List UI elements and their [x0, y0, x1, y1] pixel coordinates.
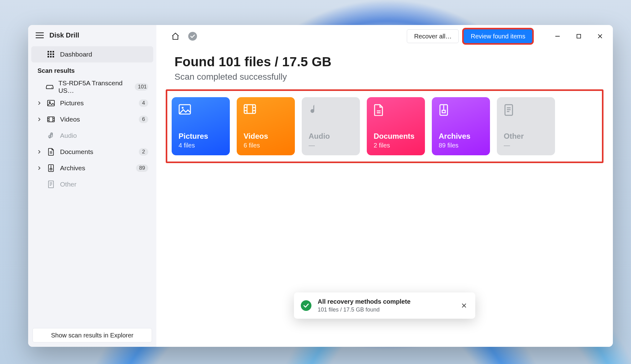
page-subtitle: Scan completed successfully [174, 72, 595, 82]
svg-rect-10 [50, 56, 52, 57]
svg-rect-9 [48, 56, 49, 57]
topbar: Recover all… Review found items [156, 25, 613, 47]
svg-rect-13 [48, 100, 54, 106]
count-badge: 4 [139, 99, 148, 107]
status-check-icon [188, 32, 197, 41]
category-cards-highlight: Pictures4 filesVideos6 filesAudio—Docume… [166, 89, 603, 163]
window-close-button[interactable] [595, 31, 605, 42]
window-minimize-button[interactable] [552, 31, 563, 42]
videos-icon [244, 104, 256, 117]
svg-rect-15 [48, 117, 54, 122]
svg-point-12 [51, 87, 52, 88]
app-window: Disk Drill Dashboard Scan results TS-RDF… [28, 25, 613, 347]
pictures-icon [179, 104, 191, 117]
sidebar-item-device[interactable]: TS-RDF5A Transcend US… 101 [31, 79, 153, 95]
card-title: Other [504, 132, 548, 141]
svg-rect-4 [50, 51, 52, 52]
success-check-icon [301, 300, 311, 311]
card-pictures[interactable]: Pictures4 files [172, 97, 230, 155]
sidebar-item-label: TS-RDF5A Transcend US… [58, 79, 125, 94]
other-icon [47, 181, 55, 188]
card-subtitle: 6 files [244, 142, 288, 149]
card-subtitle: 4 files [179, 142, 223, 149]
sidebar-section-scan-results: Scan results [31, 62, 153, 79]
audio-icon [309, 104, 321, 117]
svg-rect-7 [50, 53, 52, 55]
svg-rect-11 [53, 56, 54, 57]
toast-close-button[interactable] [460, 301, 468, 310]
svg-rect-8 [53, 53, 54, 55]
chevron-right-icon [36, 166, 42, 170]
documents-icon [47, 148, 55, 156]
card-subtitle: 89 files [439, 142, 483, 149]
card-title: Archives [439, 132, 483, 141]
sidebar-item-other: Other [31, 176, 153, 192]
card-subtitle: — [504, 142, 548, 149]
svg-point-36 [182, 107, 184, 109]
svg-rect-27 [50, 168, 52, 170]
card-subtitle: 2 files [374, 142, 418, 149]
audio-icon [47, 132, 55, 139]
archives-icon [439, 104, 451, 117]
sidebar-item-pictures[interactable]: Pictures4 [31, 95, 153, 111]
sidebar-item-audio: Audio [31, 127, 153, 144]
svg-rect-3 [48, 51, 49, 52]
svg-point-22 [49, 137, 51, 138]
card-title: Documents [374, 132, 418, 141]
toast-recovery-complete: All recovery methods complete 101 files … [294, 292, 475, 319]
sidebar: Disk Drill Dashboard Scan results TS-RDF… [28, 25, 156, 347]
sidebar-item-label: Videos [60, 116, 80, 123]
sidebar-item-label: Other [60, 181, 77, 188]
card-other: Other— [497, 97, 555, 155]
card-videos[interactable]: Videos6 files [237, 97, 295, 155]
card-archives[interactable]: Archives89 files [432, 97, 490, 155]
svg-rect-48 [442, 110, 445, 113]
home-icon[interactable] [171, 32, 180, 41]
sidebar-item-label: Audio [60, 132, 77, 139]
count-badge: 89 [136, 164, 148, 172]
svg-rect-37 [244, 105, 255, 113]
chevron-right-icon [36, 101, 42, 105]
archives-icon [47, 164, 55, 172]
count-badge: 101 [135, 83, 148, 91]
sidebar-item-dashboard[interactable]: Dashboard [31, 46, 153, 62]
sidebar-item-documents[interactable]: Documents2 [31, 144, 153, 160]
drive-icon [46, 84, 53, 89]
documents-icon [374, 104, 386, 117]
pictures-icon [47, 100, 55, 106]
show-in-explorer-button[interactable]: Show scan results in Explorer [33, 328, 152, 342]
chevron-right-icon [36, 150, 42, 154]
card-title: Videos [244, 132, 288, 141]
sidebar-item-archives[interactable]: Archives89 [31, 160, 153, 176]
sidebar-item-videos[interactable]: Videos6 [31, 111, 153, 127]
svg-rect-32 [577, 34, 581, 38]
card-audio: Audio— [302, 97, 360, 155]
main-panel: Recover all… Review found items Found 10… [156, 25, 613, 347]
count-badge: 6 [139, 116, 148, 123]
menu-icon[interactable] [36, 32, 44, 38]
recover-all-button[interactable]: Recover all… [407, 29, 459, 43]
sidebar-item-label: Archives [60, 164, 85, 172]
toast-subtitle: 101 files / 17.5 GB found [318, 307, 411, 313]
sidebar-item-label: Dashboard [60, 51, 92, 58]
page-title: Found 101 files / 17.5 GB [174, 54, 595, 69]
svg-point-14 [49, 102, 50, 103]
card-title: Pictures [179, 132, 223, 141]
grid-icon [47, 51, 55, 58]
sidebar-item-label: Pictures [60, 99, 84, 107]
other-icon [504, 104, 516, 117]
sidebar-item-label: Documents [60, 148, 93, 156]
app-title: Disk Drill [49, 31, 79, 39]
card-documents[interactable]: Documents2 files [367, 97, 425, 155]
review-found-items-button[interactable]: Review found items [464, 29, 532, 43]
chevron-right-icon [36, 117, 42, 122]
count-badge: 2 [139, 148, 148, 156]
svg-rect-6 [48, 53, 49, 55]
svg-rect-5 [53, 51, 54, 52]
toast-title: All recovery methods complete [318, 298, 411, 305]
videos-icon [47, 117, 55, 122]
card-title: Audio [309, 132, 353, 141]
card-subtitle: — [309, 142, 353, 149]
window-maximize-button[interactable] [573, 31, 584, 42]
